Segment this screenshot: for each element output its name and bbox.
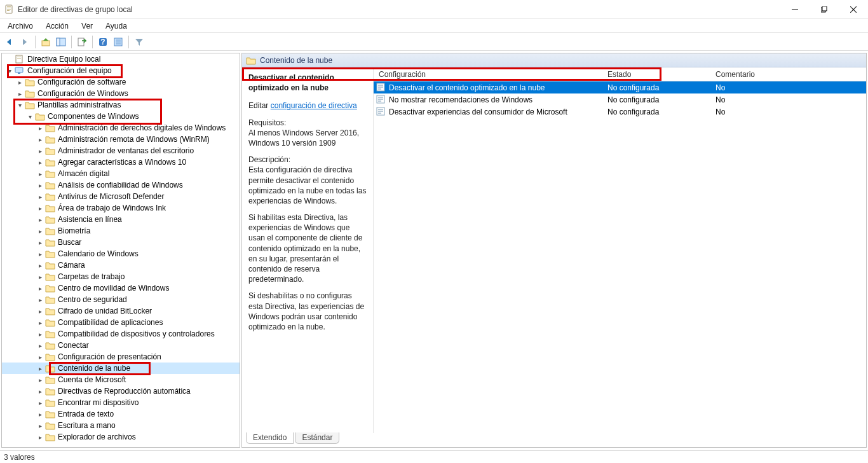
col-state[interactable]: Estado: [602, 70, 710, 79]
export-button[interactable]: [75, 35, 89, 49]
expand-icon[interactable]: ▾: [25, 111, 35, 121]
forward-button[interactable]: [18, 35, 32, 49]
col-comment[interactable]: Comentario: [710, 70, 866, 79]
expand-icon[interactable]: ▸: [15, 88, 25, 99]
policy-name: Desactivar el contenido optimizado en la…: [389, 83, 602, 92]
policy-row[interactable]: No mostrar recomendaciones de WindowsNo …: [374, 93, 866, 106]
tree-item[interactable]: ▸Carpetas de trabajo: [2, 271, 240, 282]
expand-icon[interactable]: ▸: [35, 134, 45, 144]
tab-extended[interactable]: Extendido: [246, 432, 294, 444]
tree-item[interactable]: ▸Asistencia en línea: [2, 214, 240, 225]
help-button[interactable]: ?: [96, 35, 110, 49]
menu-accion[interactable]: Acción: [39, 20, 75, 32]
expand-icon[interactable]: ▸: [35, 317, 45, 328]
back-button[interactable]: [3, 35, 17, 49]
minimize-button[interactable]: [780, 0, 810, 19]
tree-item[interactable]: ▸Conectar: [2, 340, 240, 351]
expand-icon[interactable]: ▸: [35, 237, 45, 247]
col-config[interactable]: Configuración: [374, 70, 602, 79]
tree-windows-config[interactable]: ▸ Configuración de Windows: [2, 88, 240, 99]
tree-item[interactable]: ▸Encontrar mi dispositivo: [2, 397, 240, 408]
expand-icon[interactable]: ▾: [15, 100, 25, 110]
tree-item[interactable]: ▸Configuración de presentación: [2, 351, 240, 363]
tree-item[interactable]: ▸Administración de derechos digitales de…: [2, 122, 240, 134]
tree-item[interactable]: ▸Administración remota de Windows (WinRM…: [2, 134, 240, 145]
expand-icon[interactable]: ▸: [35, 260, 45, 270]
tree-item[interactable]: ▸Directivas de Reproducción automática: [2, 385, 240, 397]
tree-item[interactable]: ▸Administrador de ventanas del escritori…: [2, 145, 240, 156]
up-button[interactable]: [39, 35, 53, 49]
tree-item[interactable]: ▸Centro de movilidad de Windows: [2, 282, 240, 294]
policy-settings-link[interactable]: configuración de directiva: [271, 101, 357, 110]
folder-icon: [45, 421, 55, 430]
tree-item[interactable]: ▸Análisis de confiabilidad de Windows: [2, 179, 240, 191]
tree-item[interactable]: ▸Compatibilidad de dispositivos y contro…: [2, 328, 240, 340]
expand-icon[interactable]: ▸: [35, 409, 45, 419]
tree-item[interactable]: ▸Almacén digital: [2, 168, 240, 179]
tree-item[interactable]: ▸Antivirus de Microsoft Defender: [2, 191, 240, 202]
tree-item[interactable]: ▸Cuenta de Microsoft: [2, 374, 240, 385]
expand-icon[interactable]: ▸: [35, 306, 45, 316]
tree-windows-components[interactable]: ▾ Componentes de Windows: [2, 111, 240, 122]
expand-icon[interactable]: ▸: [35, 146, 45, 156]
tree-item[interactable]: ▸Cifrado de unidad BitLocker: [2, 305, 240, 317]
expand-icon[interactable]: ▸: [35, 214, 45, 225]
close-button[interactable]: [839, 0, 868, 19]
filter-button[interactable]: [132, 35, 146, 49]
tree-software-config[interactable]: ▸ Configuración de software: [2, 76, 240, 88]
expand-icon[interactable]: ▸: [35, 169, 45, 179]
expand-icon[interactable]: ▸: [35, 157, 45, 167]
right-header-bar: Contenido de la nube: [242, 53, 866, 67]
policy-row[interactable]: Desactivar el contenido optimizado en la…: [374, 81, 866, 93]
tree-root[interactable]: Directiva Equipo local: [2, 53, 240, 65]
tree-item[interactable]: ▸Explorador de archivos: [2, 431, 240, 443]
svg-rect-24: [18, 73, 20, 74]
expand-icon[interactable]: ▸: [35, 123, 45, 133]
folder-icon: [25, 100, 35, 109]
expand-icon[interactable]: ▸: [35, 432, 45, 442]
tree-item-label: Directivas de Reproducción automática: [58, 387, 191, 396]
tree-item[interactable]: ▸Centro de seguridad: [2, 294, 240, 305]
tree-item[interactable]: ▸Contenido de la nube: [2, 363, 240, 374]
tree-item[interactable]: ▸Cámara: [2, 259, 240, 271]
expand-icon[interactable]: ▸: [35, 203, 45, 213]
maximize-button[interactable]: [810, 0, 839, 19]
tree-item[interactable]: ▸Calendario de Windows: [2, 248, 240, 259]
expand-icon[interactable]: ▸: [35, 397, 45, 408]
expand-icon[interactable]: [4, 54, 15, 64]
tree-scroll[interactable]: Directiva Equipo local ▾ Configuración d…: [2, 53, 240, 447]
menu-archivo[interactable]: Archivo: [1, 20, 39, 32]
tree-item[interactable]: ▸Área de trabajo de Windows Ink: [2, 202, 240, 214]
tree-item[interactable]: ▸Buscar: [2, 237, 240, 248]
expand-icon[interactable]: ▸: [35, 191, 45, 202]
expand-icon[interactable]: ▸: [35, 249, 45, 259]
tree-item[interactable]: ▸Compatibilidad de aplicaciones: [2, 317, 240, 328]
expand-icon[interactable]: ▸: [35, 272, 45, 282]
tree-admin-templates[interactable]: ▾ Plantillas administrativas: [2, 99, 240, 111]
tree-item[interactable]: ▸Entrada de texto: [2, 408, 240, 420]
expand-icon[interactable]: ▸: [35, 386, 45, 396]
show-hide-tree-button[interactable]: [54, 35, 68, 49]
expand-icon[interactable]: ▸: [35, 283, 45, 293]
tree-computer-config[interactable]: ▾ Configuración del equipo: [2, 65, 240, 76]
tree-item[interactable]: ▸Biometría: [2, 225, 240, 237]
expand-icon[interactable]: ▸: [15, 77, 25, 87]
expand-icon[interactable]: ▸: [35, 375, 45, 385]
expand-icon[interactable]: ▸: [35, 226, 45, 236]
properties-button[interactable]: [111, 35, 125, 49]
expand-icon[interactable]: ▸: [35, 420, 45, 431]
expand-icon[interactable]: ▸: [35, 352, 45, 362]
expand-icon[interactable]: ▸: [35, 340, 45, 350]
expand-icon[interactable]: ▸: [35, 363, 45, 373]
svg-rect-1: [7, 6, 11, 7]
tab-standard[interactable]: Estándar: [295, 432, 339, 444]
expand-icon[interactable]: ▸: [35, 294, 45, 305]
expand-icon[interactable]: ▸: [35, 329, 45, 339]
menu-ver[interactable]: Ver: [75, 20, 99, 32]
menu-ayuda[interactable]: Ayuda: [99, 20, 133, 32]
policy-row[interactable]: Desactivar experiencias del consumidor d…: [374, 106, 866, 118]
expand-icon[interactable]: ▸: [35, 180, 45, 190]
expand-icon[interactable]: ▾: [4, 66, 15, 76]
tree-item[interactable]: ▸Escritura a mano: [2, 420, 240, 431]
tree-item[interactable]: ▸Agregar características a Windows 10: [2, 156, 240, 168]
